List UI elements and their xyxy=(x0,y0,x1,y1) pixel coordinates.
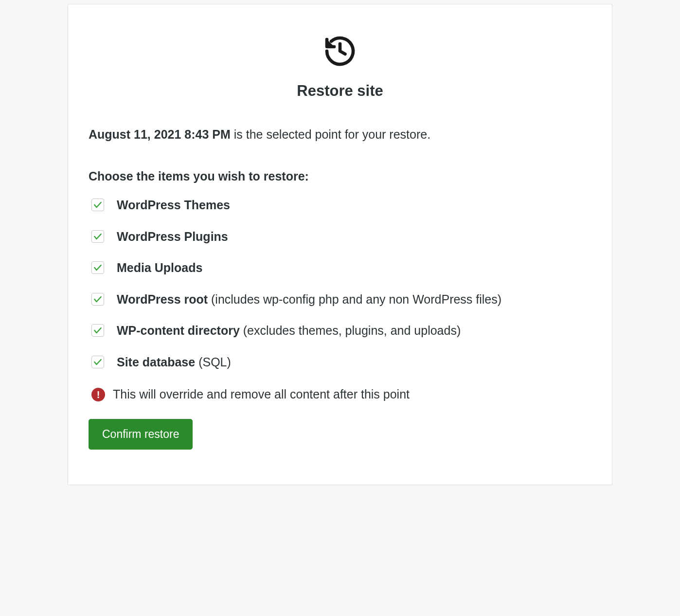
restore-date: August 11, 2021 8:43 PM xyxy=(89,127,231,141)
item-text: WordPress Plugins xyxy=(117,229,228,245)
item-label: Media Uploads xyxy=(117,261,202,274)
item-note: (includes wp-config php and any non Word… xyxy=(208,292,501,306)
checkbox-database[interactable] xyxy=(91,356,104,368)
list-item: Site database (SQL) xyxy=(91,354,591,370)
confirm-restore-button[interactable]: Confirm restore xyxy=(89,419,193,450)
page-title: Restore site xyxy=(297,82,383,100)
item-text: WordPress Themes xyxy=(117,197,230,213)
item-text: WordPress root (includes wp-config php a… xyxy=(117,291,501,308)
list-item: WP-content directory (excludes themes, p… xyxy=(91,323,591,339)
check-icon xyxy=(93,326,103,335)
list-item: WordPress Plugins xyxy=(91,229,591,245)
restore-card: Restore site August 11, 2021 8:43 PM is … xyxy=(68,4,612,485)
check-icon xyxy=(93,294,103,304)
checkbox-themes[interactable] xyxy=(91,199,104,211)
history-icon xyxy=(322,34,358,69)
item-note: (SQL) xyxy=(195,355,231,369)
list-item: WordPress root (includes wp-config php a… xyxy=(91,291,591,308)
checkbox-media[interactable] xyxy=(91,261,104,274)
item-text: WP-content directory (excludes themes, p… xyxy=(117,323,461,339)
item-label: Site database xyxy=(117,355,195,369)
checkbox-plugins[interactable] xyxy=(91,230,104,243)
warning-text: This will override and remove all conten… xyxy=(113,387,410,401)
check-icon xyxy=(93,357,103,367)
list-item: Media Uploads xyxy=(91,260,591,276)
item-text: Media Uploads xyxy=(117,260,202,276)
checkbox-root[interactable] xyxy=(91,293,104,306)
selected-point-text: August 11, 2021 8:43 PM is the selected … xyxy=(89,126,591,143)
restore-items-list: WordPress Themes WordPress Plugins Media… xyxy=(89,197,591,370)
list-item: WordPress Themes xyxy=(91,197,591,213)
item-label: WordPress root xyxy=(117,292,208,306)
item-text: Site database (SQL) xyxy=(117,354,231,370)
item-label: WordPress Plugins xyxy=(117,230,228,243)
card-header: Restore site xyxy=(89,34,591,100)
warning-icon: ! xyxy=(91,388,105,401)
restore-date-suffix: is the selected point for your restore. xyxy=(231,127,430,141)
check-icon xyxy=(93,232,103,241)
warning-row: ! This will override and remove all cont… xyxy=(89,387,591,401)
check-icon xyxy=(93,263,103,272)
item-label: WP-content directory xyxy=(117,324,240,337)
check-icon xyxy=(93,200,103,210)
choose-items-label: Choose the items you wish to restore: xyxy=(89,169,591,183)
item-label: WordPress Themes xyxy=(117,198,230,212)
checkbox-wp-content[interactable] xyxy=(91,324,104,337)
item-note: (excludes themes, plugins, and uploads) xyxy=(240,324,461,337)
